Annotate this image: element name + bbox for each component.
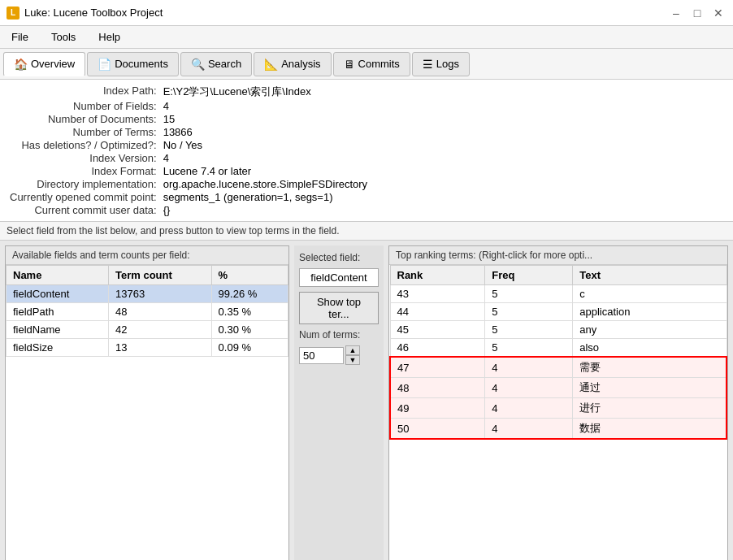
middle-panel: Selected field: fieldContent Show top te… xyxy=(294,245,384,560)
list-item[interactable]: 445application xyxy=(390,303,726,321)
num-terms-control: ▲ ▼ xyxy=(299,345,379,365)
list-item[interactable]: 455any xyxy=(390,321,726,339)
table-row[interactable]: fieldName420.30 % xyxy=(7,321,288,339)
col-freq: Freq xyxy=(485,266,573,285)
tab-search[interactable]: 🔍 Search xyxy=(180,52,252,76)
close-button[interactable]: ✕ xyxy=(710,5,726,21)
menu-help[interactable]: Help xyxy=(93,29,125,45)
selected-field-label: Selected field: xyxy=(299,252,360,263)
info-value-3: 13866 xyxy=(163,126,723,138)
info-value-7: org.apache.lucene.store.SimpleFSDirector… xyxy=(163,178,723,190)
fields-header-row: Name Term count % xyxy=(7,266,288,285)
menu-tools[interactable]: Tools xyxy=(46,29,80,45)
list-item[interactable]: 474需要 xyxy=(390,357,726,378)
app-icon: L xyxy=(7,7,20,20)
right-panel: Top ranking terms: (Right-click for more… xyxy=(388,245,728,560)
title-bar: L Luke: Lucene Toolbox Project – □ ✕ xyxy=(0,0,733,26)
table-row[interactable]: fieldSize130.09 % xyxy=(7,339,288,357)
tab-commits-label: Commits xyxy=(358,58,400,70)
menu-file[interactable]: File xyxy=(7,29,33,45)
right-panel-title: Top ranking terms: (Right-click for more… xyxy=(389,246,727,265)
spin-down-button[interactable]: ▼ xyxy=(345,355,360,365)
info-table: Index Path:E:\Y2学习\Lucene\索引库\IndexNumbe… xyxy=(10,85,723,216)
list-item[interactable]: 494进行 xyxy=(390,398,726,419)
info-value-6: Lucene 7.4 or later xyxy=(163,165,723,177)
list-item[interactable]: 484通过 xyxy=(390,378,726,398)
selected-field-value: fieldContent xyxy=(299,268,379,287)
left-scroll[interactable]: Name Term count % fieldContent1376399.26… xyxy=(6,265,288,560)
list-item[interactable]: 504数据 xyxy=(390,419,726,440)
tab-logs-label: Logs xyxy=(436,58,459,70)
analysis-icon: 📐 xyxy=(264,58,278,71)
title-bar-controls: – □ ✕ xyxy=(668,5,726,21)
window-title: Luke: Lucene Toolbox Project xyxy=(24,7,163,19)
tab-overview-label: Overview xyxy=(31,58,75,70)
tab-analysis-label: Analysis xyxy=(281,58,320,70)
info-label-8: Currently opened commit point: xyxy=(10,191,157,203)
col-percent: % xyxy=(211,266,288,285)
list-item[interactable]: 465also xyxy=(390,339,726,358)
left-panel-title: Available fields and term counts per fie… xyxy=(6,246,288,265)
col-text: Text xyxy=(573,266,726,285)
search-icon: 🔍 xyxy=(191,58,205,71)
info-label-3: Number of Terms: xyxy=(10,126,157,138)
info-label-4: Has deletions? / Optimized?: xyxy=(10,139,157,151)
col-term-count: Term count xyxy=(108,266,211,285)
num-terms-input[interactable] xyxy=(299,347,344,364)
info-value-0: E:\Y2学习\Lucene\索引库\Index xyxy=(163,85,723,99)
main-content: Available fields and term counts per fie… xyxy=(0,241,733,560)
logs-icon: ☰ xyxy=(423,58,433,71)
show-top-button[interactable]: Show top ter... xyxy=(299,292,379,324)
list-item[interactable]: 435c xyxy=(390,285,726,303)
info-value-8: segments_1 (generation=1, segs=1) xyxy=(163,191,723,203)
fields-tbody: fieldContent1376399.26 %fieldPath480.35 … xyxy=(7,285,288,357)
tab-analysis[interactable]: 📐 Analysis xyxy=(254,52,331,76)
toolbar: 🏠 Overview 📄 Documents 🔍 Search 📐 Analys… xyxy=(0,49,733,80)
terms-header-row: Rank Freq Text xyxy=(390,266,726,285)
info-value-4: No / Yes xyxy=(163,139,723,151)
documents-icon: 📄 xyxy=(98,58,111,71)
spin-up-button[interactable]: ▲ xyxy=(345,345,360,355)
info-value-5: 4 xyxy=(163,152,723,164)
hint-text: Select field from the list below, and pr… xyxy=(7,225,340,237)
info-label-5: Index Version: xyxy=(10,152,157,164)
table-row[interactable]: fieldContent1376399.26 % xyxy=(7,285,288,303)
col-rank: Rank xyxy=(390,266,485,285)
info-value-1: 4 xyxy=(163,100,723,112)
terms-container[interactable]: Rank Freq Text 435c445application455any4… xyxy=(389,265,727,560)
left-panel: Available fields and term counts per fie… xyxy=(5,245,289,560)
info-label-6: Index Format: xyxy=(10,165,157,177)
col-name: Name xyxy=(7,266,109,285)
hint-bar: Select field from the list below, and pr… xyxy=(0,222,733,241)
info-value-9: {} xyxy=(163,204,723,216)
fields-table: Name Term count % fieldContent1376399.26… xyxy=(6,265,288,357)
info-label-9: Current commit user data: xyxy=(10,204,157,216)
tab-documents[interactable]: 📄 Documents xyxy=(87,52,179,76)
info-label-0: Index Path: xyxy=(10,85,157,99)
terms-table: Rank Freq Text 435c445application455any4… xyxy=(389,265,727,440)
info-label-2: Number of Documents: xyxy=(10,113,157,125)
tab-documents-label: Documents xyxy=(115,58,168,70)
minimize-button[interactable]: – xyxy=(668,5,684,21)
overview-icon: 🏠 xyxy=(14,58,28,71)
commits-icon: 🖥 xyxy=(344,58,355,71)
info-label-7: Directory implementation: xyxy=(10,178,157,190)
tab-search-label: Search xyxy=(208,58,241,70)
menubar: File Tools Help xyxy=(0,26,733,49)
tab-logs[interactable]: ☰ Logs xyxy=(412,52,470,76)
num-terms-label: Num of terms: xyxy=(299,329,360,341)
table-row[interactable]: fieldPath480.35 % xyxy=(7,303,288,321)
spin-buttons: ▲ ▼ xyxy=(345,345,360,365)
info-value-2: 15 xyxy=(163,113,723,125)
maximize-button[interactable]: □ xyxy=(689,5,705,21)
info-section: Index Path:E:\Y2学习\Lucene\索引库\IndexNumbe… xyxy=(0,80,733,222)
tab-commits[interactable]: 🖥 Commits xyxy=(333,52,410,76)
info-label-1: Number of Fields: xyxy=(10,100,157,112)
title-bar-left: L Luke: Lucene Toolbox Project xyxy=(7,7,163,20)
terms-tbody: 435c445application455any465also474需要484通… xyxy=(390,285,726,440)
tab-overview[interactable]: 🏠 Overview xyxy=(3,52,85,76)
